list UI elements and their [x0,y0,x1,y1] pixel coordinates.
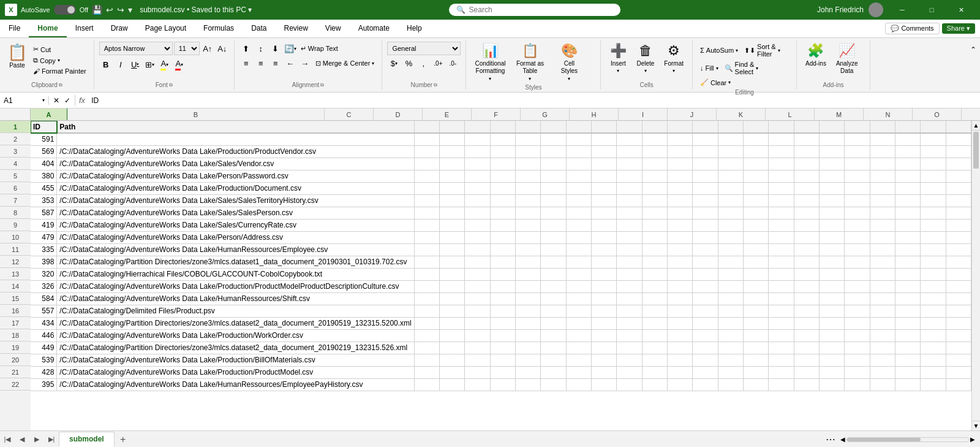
undo-icon[interactable]: ↩ [106,5,113,15]
cell-empty[interactable] [642,256,667,268]
cell-id[interactable]: 455 [31,182,57,194]
cell-empty[interactable] [592,121,617,133]
cell-empty[interactable] [845,243,870,256]
cell-empty[interactable] [516,305,541,317]
comments-button[interactable]: 💬 Comments [885,23,939,34]
cell-empty[interactable] [541,378,566,391]
cell-empty[interactable] [693,219,718,231]
col-header-P[interactable]: P [962,109,980,120]
cell-empty[interactable] [870,280,895,292]
cell-empty[interactable] [566,305,591,317]
cell-empty[interactable] [642,121,667,133]
cell-empty[interactable] [440,317,465,329]
cell-empty[interactable] [819,170,844,182]
align-center-button[interactable]: ≡ [254,56,268,70]
cell-empty[interactable] [414,231,439,243]
cell-empty[interactable] [668,194,693,207]
cell-empty[interactable] [490,342,515,354]
row-header-14[interactable]: 14 [0,280,31,292]
cell-empty[interactable] [946,292,971,305]
increase-decimal-button[interactable]: .0+ [431,56,445,70]
cell-empty[interactable] [895,158,920,170]
cell-empty[interactable] [921,133,946,145]
cell-empty[interactable] [490,243,515,256]
cell-path[interactable]: /C://DataCataloging/Partition Directorie… [57,342,414,354]
cell-empty[interactable] [490,366,515,378]
cell-path[interactable]: /C://DataCataloging/Delimited Files/Prod… [57,305,414,317]
cell-empty[interactable] [921,366,946,378]
row-header-13[interactable]: 13 [0,268,31,280]
row-header-17[interactable]: 17 [0,317,31,329]
cell-empty[interactable] [668,256,693,268]
cell-empty[interactable] [718,121,743,133]
cell-empty[interactable] [769,354,794,366]
cell-empty[interactable] [769,170,794,182]
cell-empty[interactable] [592,194,617,207]
cell-empty[interactable] [516,231,541,243]
cell-empty[interactable] [693,158,718,170]
cell-empty[interactable] [642,378,667,391]
cell-empty[interactable] [414,292,439,305]
cell-empty[interactable] [769,231,794,243]
sheet-tab-submodel[interactable]: submodel [59,432,115,447]
cell-empty[interactable] [465,145,490,158]
cell-empty[interactable] [794,158,819,170]
cell-empty[interactable] [895,219,920,231]
cell-empty[interactable] [870,182,895,194]
autosave-toggle[interactable] [54,5,76,15]
scroll-down-button[interactable]: ▼ [972,421,980,430]
borders-dropdown[interactable]: ▾ [152,62,154,67]
cell-empty[interactable] [414,194,439,207]
cell-empty[interactable] [414,182,439,194]
cell-id[interactable]: 539 [31,354,57,366]
cell-empty[interactable] [946,243,971,256]
cell-empty[interactable] [819,243,844,256]
cell-empty[interactable] [870,145,895,158]
percent-button[interactable]: % [402,56,415,70]
cell-path[interactable]: /C://DataCataloging/AdventureWorks Data … [57,170,414,182]
cell-empty[interactable] [617,378,642,391]
row-header-22[interactable]: 22 [0,378,31,391]
cell-empty[interactable] [592,207,617,219]
row-header-8[interactable]: 8 [0,207,31,219]
cell-empty[interactable] [819,268,844,280]
cell-empty[interactable] [541,243,566,256]
cell-empty[interactable] [668,243,693,256]
cell-empty[interactable] [870,194,895,207]
cell-empty[interactable] [440,305,465,317]
cell-empty[interactable] [845,121,870,133]
cell-id[interactable]: 446 [31,329,57,342]
cell-empty[interactable] [946,280,971,292]
cell-empty[interactable] [490,378,515,391]
cell-empty[interactable] [642,158,667,170]
cell-empty[interactable] [819,133,844,145]
cell-empty[interactable] [592,158,617,170]
cell-empty[interactable] [946,354,971,366]
cell-empty[interactable] [744,317,769,329]
cell-empty[interactable] [465,256,490,268]
alignment-expand-icon[interactable]: ⧉ [320,82,324,88]
cell-id[interactable]: 569 [31,145,57,158]
cell-id[interactable]: 404 [31,158,57,170]
cell-empty[interactable] [566,354,591,366]
underline-button[interactable]: U ▾ [129,58,142,71]
cell-path[interactable]: /C://DataCataloging/AdventureWorks Data … [57,194,414,207]
cell-empty[interactable] [566,207,591,219]
cell-empty[interactable] [794,121,819,133]
cell-empty[interactable] [541,231,566,243]
cell-empty[interactable] [693,342,718,354]
cell-empty[interactable] [465,170,490,182]
cell-empty[interactable] [566,256,591,268]
cell-empty[interactable] [465,268,490,280]
cell-id[interactable]: 353 [31,194,57,207]
cell-empty[interactable] [819,329,844,342]
cell-empty[interactable] [819,121,844,133]
fill-dropdown[interactable]: ▾ [716,66,718,71]
cell-empty[interactable] [693,145,718,158]
cell-empty[interactable] [819,305,844,317]
cell-empty[interactable] [465,231,490,243]
cell-empty[interactable] [592,342,617,354]
cell-empty[interactable] [642,280,667,292]
hscroll-left-button[interactable]: ◀ [840,436,845,443]
cell-empty[interactable] [541,268,566,280]
